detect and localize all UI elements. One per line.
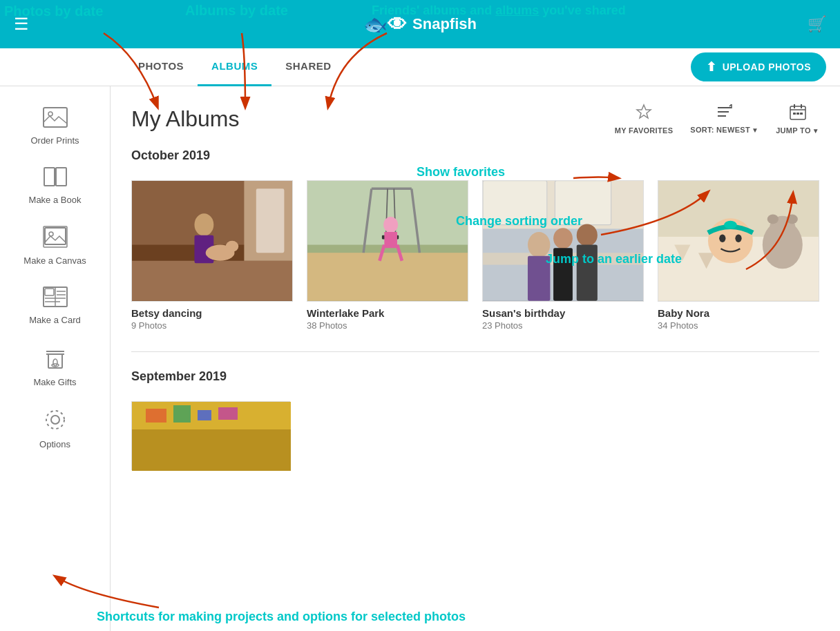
sidebar-label-make-canvas: Make a Canvas <box>23 255 86 266</box>
svg-rect-52 <box>384 232 397 248</box>
tab-albums[interactable]: ALBUMS <box>198 48 271 86</box>
album-count-nora: 34 Photos <box>658 320 819 331</box>
svg-rect-58 <box>483 181 547 225</box>
svg-rect-5 <box>45 228 66 244</box>
album-card-winterlake[interactable]: Winterlake Park 38 Photos <box>307 180 468 331</box>
tab-shared[interactable]: SHARED <box>271 48 345 86</box>
sidebar-item-make-canvas[interactable]: Make a Canvas <box>0 215 110 276</box>
sidebar-label-make-book: Make a Book <box>29 195 82 205</box>
svg-rect-84 <box>198 410 211 420</box>
svg-point-17 <box>53 359 57 366</box>
jump-arrow-icon: ▼ <box>812 127 819 135</box>
sort-label: SORT: NEWEST ▼ <box>690 126 758 134</box>
album-name-winterlake: Winterlake Park <box>307 307 468 319</box>
svg-point-61 <box>528 232 550 258</box>
albums-grid-october: Betsy dancing 9 Photos <box>131 180 819 331</box>
svg-point-20 <box>51 416 59 424</box>
svg-rect-83 <box>173 405 191 423</box>
svg-point-21 <box>46 411 64 429</box>
album-card-betsy[interactable]: Betsy dancing 9 Photos <box>131 180 293 331</box>
album-card-susan[interactable]: Susan's birthday 23 Photos <box>482 180 644 331</box>
cart-icon[interactable]: 🛒 <box>808 15 826 33</box>
svg-point-79 <box>787 214 798 224</box>
card-icon <box>43 287 68 311</box>
svg-rect-37 <box>256 188 285 253</box>
image-icon <box>43 107 68 131</box>
svg-point-78 <box>767 214 779 224</box>
sidebar-item-make-book[interactable]: Make a Book <box>0 156 110 215</box>
section-october-2019: October 2019 <box>131 148 819 166</box>
sidebar-label-options: Options <box>39 439 70 449</box>
sidebar-label-order-prints: Order Prints <box>30 135 79 146</box>
upload-photos-button[interactable]: ⬆ UPLOAD PHOTOS <box>691 52 826 81</box>
canvas-icon <box>43 226 68 251</box>
hamburger-button[interactable]: ☰ <box>14 14 29 34</box>
site-logo: 🐟👁 Snapfish <box>363 13 477 36</box>
calendar-icon <box>790 104 806 124</box>
svg-rect-64 <box>553 248 573 300</box>
svg-rect-82 <box>146 409 166 423</box>
svg-rect-66 <box>577 245 598 301</box>
album-count-susan: 23 Photos <box>482 320 644 331</box>
album-name-nora: Baby Nora <box>658 307 819 319</box>
album-count-betsy: 9 Photos <box>131 320 293 331</box>
tabbar: PHOTOS ALBUMS SHARED ⬆ UPLOAD PHOTOS <box>0 48 840 86</box>
album-thumb-susan <box>482 180 644 302</box>
jump-label: JUMP TO ▼ <box>776 126 819 135</box>
svg-rect-62 <box>528 256 550 301</box>
svg-point-73 <box>724 221 737 229</box>
sidebar-item-make-gifts[interactable]: Make Gifts <box>0 336 110 398</box>
my-favorites-button[interactable]: MY FAVORITES <box>615 104 673 135</box>
svg-rect-85 <box>218 407 238 420</box>
sidebar-item-order-prints[interactable]: Order Prints <box>0 97 110 156</box>
sidebar-item-make-card[interactable]: Make a Card <box>0 276 110 336</box>
svg-rect-59 <box>555 181 611 225</box>
svg-rect-31 <box>796 113 799 115</box>
page-title: My Albums <box>131 106 239 132</box>
navbar: ☰ 🐟👁 Snapfish 🛒 <box>0 0 840 48</box>
svg-point-7 <box>49 232 53 236</box>
album-name-betsy: Betsy dancing <box>131 307 293 319</box>
tab-photos[interactable]: PHOTOS <box>124 48 198 86</box>
album-count-winterlake: 38 Photos <box>307 320 468 331</box>
svg-point-74 <box>719 234 725 242</box>
svg-point-1 <box>48 112 52 116</box>
sort-button[interactable]: SORT: NEWEST ▼ <box>690 104 758 134</box>
logo-text: Snapfish <box>412 15 477 33</box>
main-layout: Order Prints Make a Book Ma <box>0 86 840 631</box>
sort-icon <box>716 104 733 123</box>
svg-rect-81 <box>132 429 291 471</box>
gear-icon <box>44 408 67 435</box>
svg-point-63 <box>553 228 573 249</box>
fish-icon: 🐟👁 <box>363 13 407 36</box>
album-card-nora[interactable]: Baby Nora 34 Photos <box>658 180 819 331</box>
albums-controls: MY FAVORITES SORT: NEWEST ▼ <box>615 104 819 135</box>
svg-point-65 <box>577 224 598 246</box>
svg-marker-22 <box>637 105 651 118</box>
gifts-icon <box>46 346 65 373</box>
albums-header: My Albums MY FAVORITES <box>131 104 819 135</box>
svg-point-75 <box>735 234 741 242</box>
september-album-thumb-partial[interactable] <box>131 401 290 470</box>
svg-rect-35 <box>132 261 292 301</box>
upload-icon: ⬆ <box>706 59 717 75</box>
svg-point-51 <box>383 217 398 233</box>
svg-rect-0 <box>44 108 67 127</box>
svg-rect-10 <box>45 289 54 295</box>
sidebar-item-options[interactable]: Options <box>0 398 110 460</box>
book-icon <box>44 166 67 191</box>
svg-rect-3 <box>56 168 66 186</box>
sidebar-label-make-gifts: Make Gifts <box>33 377 76 387</box>
sidebar-label-make-card: Make a Card <box>29 315 80 325</box>
album-thumb-nora <box>658 180 819 302</box>
svg-rect-32 <box>800 113 803 115</box>
jump-to-button[interactable]: JUMP TO ▼ <box>776 104 819 135</box>
album-thumb-betsy <box>131 180 293 302</box>
content-area: My Albums MY FAVORITES <box>111 86 840 631</box>
album-name-susan: Susan's birthday <box>482 307 644 319</box>
favorites-label: MY FAVORITES <box>615 126 673 135</box>
svg-rect-2 <box>44 168 55 186</box>
svg-point-41 <box>226 241 239 252</box>
sidebar: Order Prints Make a Book Ma <box>0 86 111 631</box>
section-september-2019: September 2019 <box>131 369 819 387</box>
